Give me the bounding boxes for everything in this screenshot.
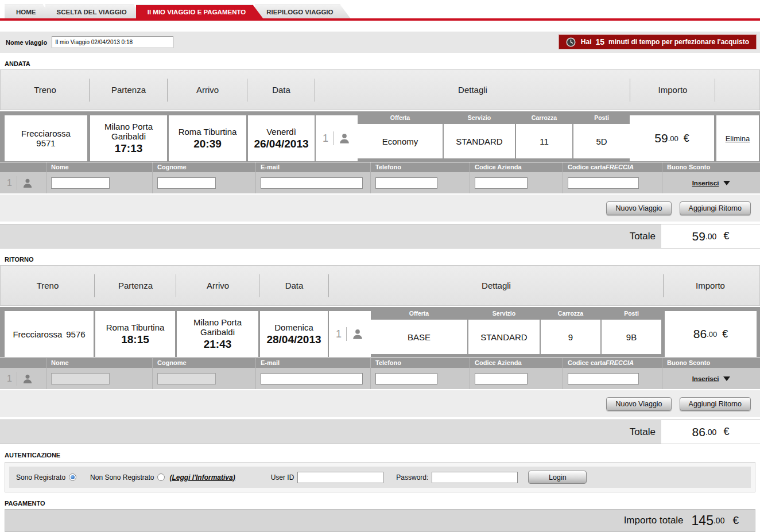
andata-arrival-cell: Roma Tiburtina 20:39	[169, 115, 246, 161]
offerta-label: Offerta	[358, 111, 443, 124]
arrival-station: Milano Porta Garibaldi	[177, 317, 258, 337]
carrozza-value: 11	[516, 124, 572, 158]
codice-azienda-header: Codice Azienda	[470, 358, 563, 368]
ritorno-train-row: Frecciarossa 9576 Roma Tiburtina 18:15 M…	[0, 307, 760, 358]
ritorno-total-row: Totale 86 .00 €	[0, 420, 760, 444]
ritorno-date-cell: Domenica 28/04/2013	[260, 311, 328, 357]
andata-cognome-input[interactable]	[157, 177, 216, 189]
posti-label: Posti	[573, 111, 630, 124]
servizio-value: STANDARD	[468, 320, 540, 354]
ritorno-departure-cell: Roma Tiburtina 18:15	[95, 311, 175, 357]
passenger-number: 1	[7, 178, 12, 188]
ritorno-carrozza-col: Carrozza 9	[541, 307, 600, 358]
col-header-dettagli: Dettagli	[315, 70, 630, 110]
andata-posti-col: Posti 5D	[573, 111, 630, 162]
andata-codice-azienda-input[interactable]	[475, 177, 528, 189]
trip-name-input[interactable]	[52, 36, 173, 48]
elimina-link[interactable]: Elimina	[726, 134, 750, 143]
price-dec: .00	[707, 330, 717, 339]
col-header-importo: Importo	[664, 266, 757, 305]
andata-table-header: Treno Partenza Arrivo Data Dettagli Impo…	[0, 69, 760, 110]
aggiungi-ritorno-button[interactable]: Aggiungi Ritorno	[680, 397, 751, 411]
ritorno-cartafreccia-input[interactable]	[568, 373, 639, 385]
departure-time: 18:15	[121, 333, 149, 346]
leggi-informativa-link[interactable]: (Leggi l'Informativa)	[169, 473, 235, 481]
ritorno-total-cell: 86 .00 €	[661, 420, 760, 444]
aggiungi-ritorno-button[interactable]: Aggiungi Ritorno	[680, 201, 751, 215]
ritorno-posti-col: Posti 9B	[602, 307, 661, 358]
offerta-label: Offerta	[371, 307, 467, 320]
non-sono-registrato-radio[interactable]	[157, 473, 165, 481]
passenger-count: 1	[323, 133, 328, 145]
clock-icon	[566, 37, 576, 47]
andata-nome-input[interactable]	[51, 177, 110, 189]
ritorno-passenger-row: 1 Inserisci	[0, 368, 760, 389]
price-dec: .00	[668, 134, 678, 143]
ritorno-cognome-input	[157, 373, 216, 385]
passenger-count: 1	[336, 328, 342, 340]
price-currency: €	[722, 328, 728, 340]
person-icon	[22, 373, 33, 385]
travel-date: 28/04/2013	[266, 333, 321, 346]
ritorno-nome-input	[51, 373, 110, 385]
andata-price-cell: 59 .00 €	[630, 115, 714, 161]
email-header: E-mail	[255, 162, 370, 172]
importo-totale-label: Importo totale	[624, 515, 684, 526]
tab-scelta-del-viaggio[interactable]: SCELTA DEL VIAGGIO	[45, 5, 144, 18]
train-number: 9576	[66, 329, 85, 339]
sono-registrato-radio[interactable]	[69, 473, 76, 481]
ritorno-section-title: RITORNO	[5, 256, 760, 263]
train-name: Frecciarossa	[13, 329, 62, 339]
tab-underline	[0, 18, 760, 21]
offerta-value: Economy	[358, 124, 443, 158]
travel-day: Domenica	[272, 323, 316, 332]
arrival-station: Roma Tiburtina	[176, 127, 239, 137]
ritorno-codice-azienda-input[interactable]	[475, 373, 528, 385]
andata-email-input[interactable]	[261, 177, 363, 189]
person-icon	[351, 328, 364, 340]
andata-servizio-col: Servizio STANDARD	[444, 111, 515, 162]
ritorno-email-input[interactable]	[261, 373, 363, 385]
userid-label: User ID	[271, 473, 294, 481]
auth-section-title: AUTENTICAZIONE	[5, 452, 760, 459]
passenger-number: 1	[7, 374, 12, 384]
grand-total-currency: €	[732, 514, 739, 527]
posti-value: 9B	[602, 320, 661, 354]
andata-elimina-cell: Elimina	[716, 115, 759, 161]
price-int: 59	[654, 131, 668, 145]
timer-text-post: minuti di tempo per perfezionare l'acqui…	[608, 38, 749, 46]
andata-inserisci-buono-sconto[interactable]: Inserisci	[662, 180, 760, 187]
arrival-time: 20:39	[193, 138, 222, 150]
login-button[interactable]: Login	[528, 471, 587, 484]
timer-minutes: 15	[596, 37, 605, 46]
col-header-data: Data	[259, 266, 329, 305]
codice-cartafreccia-header: Codice cartaFRECCIA	[563, 358, 662, 368]
totale-label: Totale	[630, 224, 661, 248]
andata-carrozza-col: Carrozza 11	[516, 111, 572, 162]
buono-sconto-header: Buono Sconto	[662, 162, 760, 172]
tab-bar: HOME SCELTA DEL VIAGGIO Il MIO VIAGGIO E…	[0, 0, 760, 18]
ritorno-train-cell: Frecciarossa 9576	[5, 311, 94, 357]
nuovo-viaggio-button[interactable]: Nuovo Viaggio	[606, 397, 671, 411]
andata-telefono-input[interactable]	[375, 177, 437, 189]
andata-actions: Nuovo Viaggio Aggiungi Ritorno	[0, 195, 760, 222]
tab-riepilogo-viaggio[interactable]: RIEPILOGO VIAGGIO	[255, 5, 350, 18]
userid-input[interactable]	[297, 472, 383, 483]
nuovo-viaggio-button[interactable]: Nuovo Viaggio	[606, 201, 671, 215]
tab-il-mio-viaggio-e-pagamento[interactable]: Il MIO VIAGGIO E PAGAMENTO	[136, 5, 263, 18]
ritorno-inserisci-buono-sconto[interactable]: Inserisci	[662, 375, 760, 382]
col-header-treno: Treno	[1, 266, 95, 305]
trip-name-bar: Nome viaggio Hai 15 minuti di tempo per …	[0, 32, 760, 53]
password-input[interactable]	[432, 472, 518, 483]
col-header-importo: Importo	[630, 70, 715, 110]
ritorno-telefono-input[interactable]	[375, 373, 437, 385]
password-label: Password:	[396, 473, 428, 481]
grand-total-int: 145	[692, 513, 714, 529]
sono-registrato-label: Sono Registrato	[16, 473, 65, 481]
ritorno-offerta-col: Offerta BASE	[371, 307, 467, 358]
price-int: 86	[693, 327, 707, 341]
person-icon	[22, 177, 33, 189]
andata-cartafreccia-input[interactable]	[568, 177, 639, 189]
andata-passenger-row: 1 Inserisci	[0, 172, 760, 193]
col-header-treno: Treno	[1, 70, 90, 110]
